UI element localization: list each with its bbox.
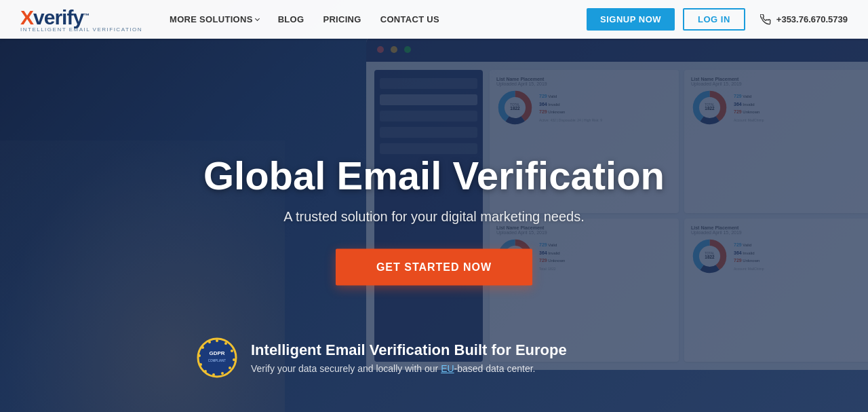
nav-actions: SIGNUP NOW LOG IN +353.76.670.5739 — [587, 8, 848, 31]
nav-links: MORE SOLUTIONS BLOG PRICING CONTACT US — [170, 14, 587, 24]
svg-point-32 — [204, 370, 207, 373]
login-button[interactable]: LOG IN — [683, 8, 745, 31]
navbar: Xverify™ INTELLIGENT EMAIL VERIFICATION … — [0, 0, 868, 39]
nav-pricing[interactable]: PRICING — [323, 14, 361, 24]
phone-area: +353.76.670.5739 — [760, 14, 848, 25]
nav-more-solutions[interactable]: MORE SOLUTIONS — [170, 14, 259, 24]
gdpr-text: Intelligent Email Verification Built for… — [251, 341, 567, 374]
logo-x: X — [20, 6, 33, 29]
hero-content: Global Email Verification A trusted solu… — [176, 153, 692, 286]
hero-title-rest: Email Verification — [326, 153, 665, 197]
nav-blog[interactable]: BLOG — [278, 14, 304, 24]
hero-title: Global Email Verification — [176, 153, 692, 197]
svg-point-36 — [208, 341, 211, 343]
svg-point-34 — [198, 354, 201, 357]
svg-point-31 — [212, 373, 215, 376]
gdpr-badge-icon: GDPR COMPLIANT — [197, 337, 237, 378]
svg-point-33 — [199, 363, 202, 366]
logo-subtitle: INTELLIGENT EMAIL VERIFICATION — [20, 26, 142, 33]
hero-title-global: Global — [203, 153, 326, 197]
phone-number: +353.76.670.5739 — [776, 14, 848, 24]
svg-point-29 — [229, 367, 231, 369]
signup-button[interactable]: SIGNUP NOW — [587, 8, 675, 31]
gdpr-description: Verify your data securely and locally wi… — [251, 363, 567, 374]
svg-point-26 — [224, 342, 227, 345]
gdpr-section: GDPR COMPLIANT Intelligent Email Verific… — [197, 337, 671, 378]
hero-subtitle: A trusted solution for your digital mark… — [176, 209, 692, 225]
svg-point-28 — [233, 358, 235, 361]
svg-point-27 — [231, 350, 233, 352]
logo-text: Xverify™ — [20, 6, 142, 29]
logo-tm: ™ — [83, 12, 89, 19]
logo-verify: verify — [33, 6, 83, 29]
chevron-down-icon — [255, 16, 260, 21]
gdpr-title: Intelligent Email Verification Built for… — [251, 341, 567, 359]
svg-point-30 — [221, 372, 224, 375]
svg-point-25 — [216, 339, 218, 342]
nav-contact-us[interactable]: CONTACT US — [380, 14, 439, 24]
hero-section: List Name PlacementUploaded April 15, 20… — [0, 0, 868, 412]
get-started-button[interactable]: GET STARTED NOW — [336, 249, 532, 286]
phone-icon — [760, 14, 771, 25]
svg-text:GDPR: GDPR — [209, 350, 224, 356]
svg-text:COMPLIANT: COMPLIANT — [208, 359, 226, 362]
svg-point-24 — [198, 339, 236, 377]
logo[interactable]: Xverify™ INTELLIGENT EMAIL VERIFICATION — [20, 6, 142, 33]
svg-point-35 — [201, 346, 204, 349]
eu-link[interactable]: EU — [441, 363, 454, 374]
